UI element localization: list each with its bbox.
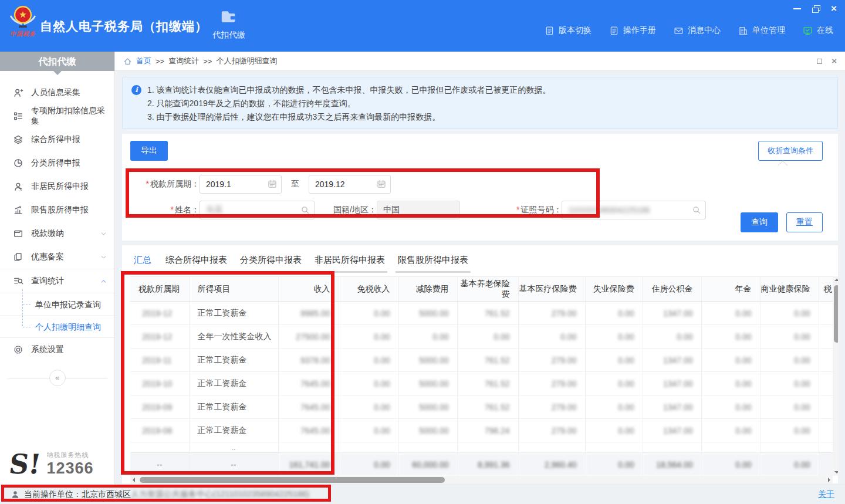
search-icon[interactable] <box>300 205 310 215</box>
sidebar-item[interactable]: 分类所得申报 <box>0 151 114 175</box>
sidebar-item[interactable]: 非居民所得申报 <box>0 175 114 198</box>
cell-summary-amount: 8,991.36 <box>457 453 518 476</box>
info-icon: i <box>131 85 141 95</box>
sidebar-item[interactable]: 专项附加扣除信息采集 <box>0 104 114 128</box>
minimize-icon[interactable] <box>793 5 802 12</box>
sidebar-item-label: 综合所得申报 <box>31 134 80 145</box>
sidebar-collapse-button[interactable]: « <box>49 370 66 386</box>
header-menu-item[interactable]: 消息中心 <box>674 25 721 36</box>
panel-maximize-icon[interactable] <box>817 59 822 64</box>
document-icon <box>545 26 555 36</box>
module-tab-label: 代扣代缴 <box>207 30 251 40</box>
result-tab[interactable]: 分类所得申报表 <box>238 250 304 273</box>
sidebar-subitem[interactable]: 单位申报记录查询 <box>0 293 114 315</box>
notice-line: 3. 由于数据处理的滞后性，建议您在申报成功3天之后再来查询最新的申报数据。 <box>147 110 828 124</box>
close-icon[interactable]: × <box>831 5 837 12</box>
cell-summary-amount: 60,000.00 <box>398 453 457 476</box>
search-list-icon <box>13 276 23 286</box>
export-button[interactable]: 导出 <box>130 141 168 161</box>
cell-clipped <box>819 325 833 349</box>
reset-button[interactable]: 重置 <box>786 212 823 232</box>
sidebar-item[interactable]: 税款缴纳 <box>0 222 114 245</box>
cell-amount: 279.00 <box>518 372 585 395</box>
results-table: 税款所属期所得项目收入免税收入减除费用基本养老保险费基本医疗保险费失业保险费住房… <box>130 276 833 476</box>
caret-up-icon <box>778 161 788 171</box>
result-tabs: 汇总综合所得申报表分类所得申报表非居民所得申报表限售股所得申报表 <box>130 250 830 273</box>
cell-period: 2019-12 <box>130 302 189 325</box>
table-row[interactable]: 2019-11正常工资薪金9378.000.005000.00761.52279… <box>130 349 833 372</box>
cell-summary-amount: 0.00 <box>339 453 398 476</box>
about-link[interactable]: 关于 <box>818 489 834 500</box>
calendar-icon[interactable] <box>268 180 277 189</box>
table-row[interactable]: 2019-08正常工资薪金7645.000.005000.00798.24279… <box>130 419 833 442</box>
scroll-right-icon[interactable] <box>828 478 830 482</box>
results-panel: 汇总综合所得申报表分类所得申报表非居民所得申报表限售股所得申报表 税款所属期所得… <box>122 245 838 483</box>
header-menu-item[interactable]: 单位管理 <box>738 25 785 36</box>
cell-amount: 0.00 <box>339 325 398 349</box>
sidebar-item[interactable]: 人员信息采集 <box>0 81 114 104</box>
search-icon[interactable] <box>692 205 701 215</box>
panel-close-icon[interactable]: × <box>832 58 837 64</box>
cell-amount: 0.00 <box>701 395 760 419</box>
scroll-left-icon[interactable] <box>133 478 135 482</box>
sidebar-submenu: 单位申报记录查询个人扣缴明细查询 <box>0 293 114 337</box>
cell-clipped <box>819 395 833 419</box>
sidebar-item[interactable]: 综合所得申报 <box>0 128 114 151</box>
cell-amount: 0.00 <box>701 325 760 349</box>
copy-icon <box>13 252 23 262</box>
table-row[interactable]: 2019-12全年一次性奖金收入27500.000.000.000.000.00… <box>130 325 833 349</box>
sidebar-item[interactable]: 系统设置 <box>0 338 114 361</box>
manual-icon <box>609 26 619 36</box>
result-tab[interactable]: 非居民所得申报表 <box>312 250 387 273</box>
cell-amount: 5000.00 <box>398 372 457 395</box>
online-icon <box>803 26 813 36</box>
horizontal-scroll-thumb[interactable] <box>140 477 445 483</box>
collapse-query-button[interactable]: 收折查询条件 <box>758 141 823 161</box>
cell-amount: 27500.00 <box>278 325 339 349</box>
cell-amount: 0.00 <box>518 325 585 349</box>
breadcrumb-home[interactable]: 首页 <box>136 56 151 66</box>
result-tab[interactable]: 综合所得申报表 <box>163 250 229 273</box>
chevron-up-icon <box>100 278 107 285</box>
scroll-up-icon[interactable] <box>834 279 838 281</box>
sidebar-item[interactable]: 限售股所得申报 <box>0 198 114 222</box>
cell-ellipsis <box>819 442 833 453</box>
cell-amount: 0.00 <box>585 349 643 372</box>
name-input[interactable] <box>200 201 314 219</box>
header-menu-item[interactable]: 版本切换 <box>545 25 592 36</box>
cell-amount: 0.00 <box>760 302 819 325</box>
cell-amount: 5000.00 <box>398 349 457 372</box>
cell-amount: 0.00 <box>585 325 643 349</box>
restore-icon[interactable] <box>812 5 820 12</box>
required-mark: * <box>146 179 149 188</box>
cell-amount: 7645.00 <box>278 372 339 395</box>
table-header-cell: 所得项目 <box>189 277 278 302</box>
chevron-down-icon <box>100 253 107 261</box>
wallet-small-icon <box>13 228 23 239</box>
header-menu: 版本切换操作手册消息中心单位管理在线 <box>545 25 833 36</box>
scroll-down-icon[interactable] <box>834 471 838 473</box>
header-menu-item[interactable]: 操作手册 <box>609 25 656 36</box>
sidebar-item[interactable]: 优惠备案 <box>0 245 114 269</box>
table-row[interactable]: 2019-10正常工资薪金7645.000.005000.00761.52279… <box>130 372 833 395</box>
module-tab-withholding[interactable]: 代扣代缴 <box>207 9 251 40</box>
table-row[interactable]: 2019-09正常工资薪金7645.000.005000.00761.52279… <box>130 395 833 419</box>
header-menu-label: 版本切换 <box>559 25 592 36</box>
cell-amount: 0.00 <box>701 302 760 325</box>
header-menu-item[interactable]: 在线 <box>803 25 833 36</box>
horizontal-scrollbar[interactable] <box>130 476 833 483</box>
query-button[interactable]: 查询 <box>741 212 778 232</box>
vertical-scrollbar[interactable] <box>833 276 838 476</box>
result-tab[interactable]: 汇总 <box>130 250 155 273</box>
sidebar-header: 代扣代缴 <box>0 52 114 71</box>
calendar-icon[interactable] <box>377 180 386 189</box>
cert-input[interactable] <box>562 201 705 219</box>
sidebar-subitem[interactable]: 个人扣缴明细查询 <box>0 315 114 337</box>
result-tab[interactable]: 限售股所得申报表 <box>396 250 471 273</box>
sidebar-item-label: 系统设置 <box>31 344 64 355</box>
sidebar-item[interactable]: 查询统计 <box>0 269 114 293</box>
current-unit-redacted: 人力资源公共服务中心(12110102358904225186) <box>131 489 309 500</box>
vertical-scroll-thumb[interactable] <box>834 285 838 343</box>
user-icon <box>11 490 20 499</box>
table-row[interactable]: 2019-12正常工资薪金9985.000.005000.00761.52279… <box>130 302 833 325</box>
